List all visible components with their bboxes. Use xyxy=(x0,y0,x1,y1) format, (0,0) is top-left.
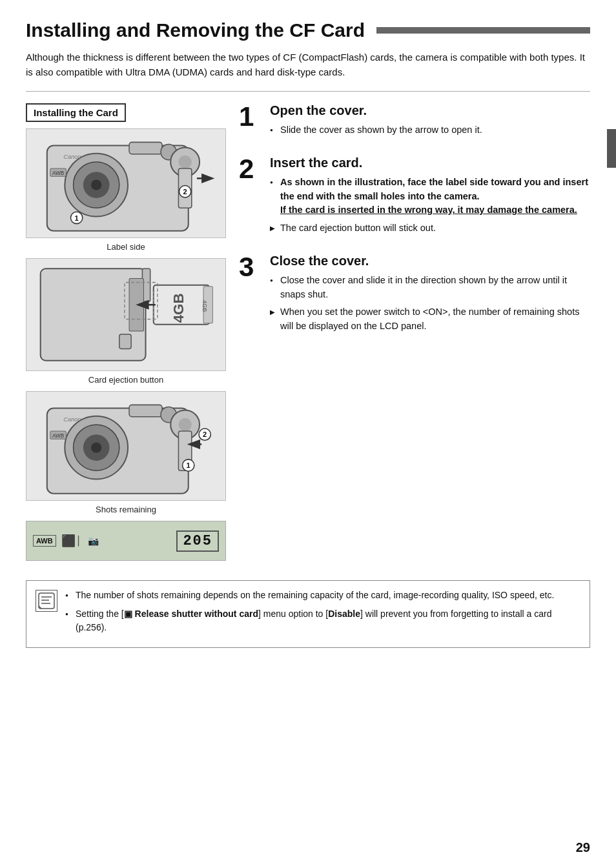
step-1-number: 1 xyxy=(239,103,262,130)
intro-text: Although the thickness is different betw… xyxy=(26,50,590,79)
step-3-bullets: Close the cover and slide it in the dire… xyxy=(270,274,590,334)
step-1: 1 Open the cover. Slide the cover as sho… xyxy=(239,103,590,141)
lcd-shot-icon: 📷 xyxy=(88,536,99,546)
step-3-content: Close the cover. Close the cover and sli… xyxy=(270,254,590,338)
right-column: 1 Open the cover. Slide the cover as sho… xyxy=(239,103,590,565)
step-2-bullet-1: As shown in the illustration, face the l… xyxy=(270,176,590,217)
svg-text:4GB: 4GB xyxy=(201,300,208,312)
step-3-title: Close the cover. xyxy=(270,254,590,268)
page-title: Installing and Removing the CF Card xyxy=(26,19,365,41)
lcd-icons: ⬛ ▏ 📷 xyxy=(61,534,99,548)
svg-point-37 xyxy=(178,418,191,431)
note-bullet-2: Setting the [▣ Release shutter without c… xyxy=(65,607,580,634)
svg-rect-5 xyxy=(129,142,162,154)
lcd-number: 205 xyxy=(176,530,219,552)
svg-text:2: 2 xyxy=(203,430,207,438)
note-icon xyxy=(36,590,57,612)
svg-rect-34 xyxy=(129,405,162,416)
step-1-title: Open the cover. xyxy=(270,103,590,118)
note-box: The number of shots remaining depends on… xyxy=(26,580,590,648)
svg-text:AWB: AWB xyxy=(52,433,64,439)
shots-remaining-label: Shots remaining xyxy=(26,505,226,514)
step-2: 2 Insert the card. As shown in the illus… xyxy=(239,156,590,239)
svg-point-4 xyxy=(91,179,101,190)
step-3: 3 Close the cover. Close the cover and s… xyxy=(239,254,590,338)
lcd-card-icon: ⬛ xyxy=(61,534,76,548)
step-2-content: Insert the card. As shown in the illustr… xyxy=(270,156,590,239)
step-1-content: Open the cover. Slide the cover as shown… xyxy=(270,103,590,141)
main-content: Installing the Card xyxy=(26,103,590,565)
camera-svg-3: 1 2 Canon AWB xyxy=(26,392,225,500)
svg-text:1: 1 xyxy=(187,461,190,469)
note-svg-icon xyxy=(37,592,56,610)
sidebar-tab xyxy=(607,129,616,168)
note-content: The number of shots remaining depends on… xyxy=(65,589,580,640)
step-1-bullets: Slide the cover as shown by the arrow to… xyxy=(270,123,590,137)
step-2-number: 2 xyxy=(239,156,262,183)
step-3-bullet-1: Close the cover and slide it in the dire… xyxy=(270,274,590,302)
svg-point-8 xyxy=(178,156,191,168)
section-divider xyxy=(26,91,590,92)
svg-rect-47 xyxy=(39,593,54,609)
camera-diagram-2: 4GB 4GB xyxy=(26,258,226,371)
camera-diagram-3: 1 2 Canon AWB xyxy=(26,391,226,501)
page-number: 29 xyxy=(576,840,590,855)
svg-text:4GB: 4GB xyxy=(170,293,187,323)
note-bullet-1: The number of shots remaining depends on… xyxy=(65,589,580,602)
step-2-bullet-2: The card ejection button will stick out. xyxy=(270,221,590,236)
step-1-bullet-1: Slide the cover as shown by the arrow to… xyxy=(270,123,590,137)
step-3-number: 3 xyxy=(239,254,262,281)
camera-svg-1: 1 2 Canon AWB xyxy=(26,129,225,237)
svg-text:2: 2 xyxy=(183,188,187,196)
svg-point-33 xyxy=(91,442,101,452)
title-bar xyxy=(376,27,590,34)
svg-rect-26 xyxy=(119,334,131,348)
svg-text:Canon: Canon xyxy=(63,154,81,160)
svg-text:1: 1 xyxy=(75,214,79,222)
camera-diagram-1: 1 2 Canon AWB xyxy=(26,128,226,238)
camera-svg-2: 4GB 4GB xyxy=(26,259,225,370)
left-column: Installing the Card xyxy=(26,103,226,565)
lcd-awb-label: AWB xyxy=(33,535,56,547)
step-2-title: Insert the card. xyxy=(270,156,590,170)
step-2-bullets: As shown in the illustration, face the l… xyxy=(270,176,590,236)
svg-text:Canon: Canon xyxy=(63,416,81,423)
lcd-separator: ▏ xyxy=(78,536,85,546)
section-label: Installing the Card xyxy=(26,103,126,122)
svg-text:AWB: AWB xyxy=(52,170,64,176)
label-side-label: Label side xyxy=(26,242,226,252)
title-container: Installing and Removing the CF Card xyxy=(26,19,590,41)
step-3-bullet-2: When you set the power switch to <ON>, t… xyxy=(270,305,590,334)
note-bullets: The number of shots remaining depends on… xyxy=(65,589,580,634)
card-ejection-label: Card ejection button xyxy=(26,375,226,385)
lcd-panel: AWB ⬛ ▏ 📷 205 xyxy=(26,521,226,561)
